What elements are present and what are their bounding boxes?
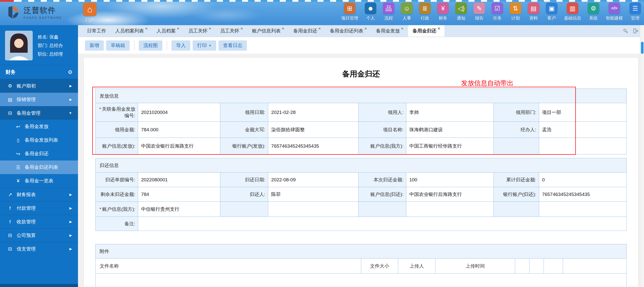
tab-pettycash-return-list[interactable]: 备用金归还列表× [325,25,371,37]
sidebar-item-company-budget[interactable]: ⊟公司预算▶ [0,228,78,242]
section-title-grant: 发放信息 [95,89,627,103]
field-value[interactable] [268,202,358,217]
topnav-item-plan[interactable]: ⇅计划 [510,3,521,21]
tab-pettycash-grant[interactable]: 备用金发放× [371,25,408,37]
sidebar-item-pettycash-grant-list[interactable]: ▯备用金发放列表 [0,133,78,147]
topnav-item-manage[interactable]: ☰管理 [629,3,641,21]
tab-employee-care-2[interactable]: 员工关怀× [216,25,247,37]
required-asterisk: * [99,106,101,112]
sidebar-item-pettycash-return-list[interactable]: ☰备用金归还列表 [0,160,78,174]
finance-icon: ¥ [437,3,449,14]
tab-pettycash-return-active[interactable]: 备用金归还× [408,25,445,37]
logo-mark-icon [7,5,21,20]
close-icon[interactable]: × [318,26,321,31]
tab-personnel-file[interactable]: 人员档案× [152,25,184,37]
close-icon[interactable]: × [282,26,284,31]
close-icon[interactable]: × [438,26,440,31]
field-value[interactable]: 765746345245345435 [268,138,358,154]
tab-daily-work[interactable]: 日常工作 [83,25,111,37]
topnav-item-smart-modeling[interactable]: </>智能建模 [606,3,623,21]
sidebar-item-pettycash-mgmt[interactable]: ⊟备用金管理▼ [0,106,78,120]
tab-label: 备用金归还 [413,28,436,34]
field-value[interactable]: 柒佰捌拾肆圆整 [268,122,358,138]
draft-box-button[interactable]: 草稿箱 [106,40,130,51]
sidebar-item-receipt-mgmt[interactable]: f收款管理▶ [0,215,78,228]
field-value[interactable] [539,202,626,217]
field-value[interactable]: 中国农业银行后海路支行 [138,138,220,154]
topnav-item-report[interactable]: ✎报告 [473,3,485,21]
topnav-item-admin[interactable]: ≣行政 [419,3,431,21]
sidebar-item-label: 报销管理 [17,96,36,103]
close-icon[interactable]: × [401,26,403,31]
field-value[interactable]: 中国工商银行经华路支行 [406,138,494,154]
field-value[interactable]: 2021-02-28 [268,103,358,122]
field-value[interactable]: 765746345245345435 [539,187,626,202]
print-button[interactable]: 打印▼ [193,40,216,51]
topnav-item-material[interactable]: ▤资料 [528,3,539,21]
field-value[interactable]: 2022080001 [138,173,220,187]
close-icon[interactable]: × [365,26,367,31]
field-value[interactable]: 珠海鹤港口建设 [406,122,494,138]
tab-label: 员工关怀 [220,28,239,34]
sidebar-item-finance-report[interactable]: ↗财务报表▶ [0,188,78,201]
field-value[interactable]: 100 [406,173,494,187]
tab-employee-care-1[interactable]: 员工关怀× [184,25,216,37]
field-value[interactable]: 中国农业银行后海路支行 [406,187,494,202]
topnav-item-portal[interactable]: ⌂门户 [83,3,97,23]
sidebar-item-loan-mgmt[interactable]: ⊟借支管理▶ [0,242,78,256]
field-value[interactable] [406,202,494,217]
topnav-item-project-mgmt[interactable]: ⊞项目管理 [341,3,358,21]
topnav-item-customer[interactable]: ▣客户 [546,3,557,21]
sidebar-item-pettycash-return[interactable]: ↪备用金归还 [0,147,78,160]
attachment-empty-row [96,274,627,287]
topnav-item-base-info[interactable]: ▥基础信息 [564,3,581,21]
close-icon[interactable]: × [177,26,179,31]
sidebar-item-pettycash-grant[interactable]: ↩备用金发放 [0,120,78,133]
tab-personnel-file-list[interactable]: 人员档案列表× [111,25,152,37]
field-value[interactable]: 项目一部 [539,103,626,122]
topnav-item-finance[interactable]: ¥财务 [437,3,449,21]
topnav-item-personal[interactable]: ☻个人 [365,3,376,21]
sidebar-section-finance[interactable]: 财务 ⚙ [0,65,78,79]
topnav-item-system[interactable]: ⚙系统 [588,3,599,21]
section-return: 归还信息归还单据编号:2022080001归还日期:2022-08-09本次归还… [95,158,627,231]
arrow-down-icon: ▼ [69,111,72,115]
sidebar-item-account-initial[interactable]: ⚙账户期初▶ [0,79,78,93]
add-button[interactable]: 新增 [85,40,104,51]
topnav-item-task[interactable]: ☑任务 [492,3,503,21]
tab-account-info-list[interactable]: 账户信息列表× [247,25,289,37]
view-log-button[interactable]: 查看日志 [219,40,247,51]
sidebar-item-pettycash-overview[interactable]: ¥备用金一览表 [0,174,78,188]
flow-chart-button[interactable]: 流程图 [139,40,162,51]
field-value[interactable]: 0 [539,173,626,187]
field-value[interactable]: 784 [138,187,220,202]
field-value[interactable]: 2022-08-09 [268,173,358,187]
scrollbar-thumb[interactable] [641,42,643,54]
field-value[interactable]: 中信银行贵州支行 [138,202,220,217]
arrow-right-icon: ▶ [69,220,72,224]
topnav-item-hr[interactable]: ☺人事 [401,3,413,21]
field-label [220,202,268,217]
field-value[interactable]: 784.000 [138,122,220,138]
import-button[interactable]: 导入 [172,40,190,51]
tab-pettycash-return-1[interactable]: 备用金归还× [289,25,325,37]
sidebar-item-expense-mgmt[interactable]: ▤报销管理▶ [0,93,78,106]
close-icon[interactable]: × [240,26,243,31]
field-value[interactable]: 陈菲 [268,187,358,202]
close-icon[interactable]: × [145,26,147,31]
sidebar-item-payment-mgmt[interactable]: f付款管理▶ [0,201,78,215]
close-icon[interactable]: × [209,26,211,31]
scrollbar[interactable] [640,25,644,287]
field-value[interactable]: 孟浩 [539,122,626,138]
topnav-item-workflow[interactable]: 品流程 [383,3,394,21]
field-value[interactable]: 李帅 [406,103,494,122]
key-icon[interactable] [623,28,628,34]
sidebar-item-label: 备用金管理 [17,110,41,116]
field-value[interactable] [138,217,626,231]
exit-icon[interactable] [633,28,638,34]
field-value[interactable]: 2021020004 [138,103,220,122]
field-value[interactable] [539,138,626,154]
topnav-item-notice[interactable]: ◁)通知 [455,3,467,21]
gear-icon[interactable]: ⚙ [68,69,72,75]
field-label: 银行账户(归还): [494,187,539,202]
